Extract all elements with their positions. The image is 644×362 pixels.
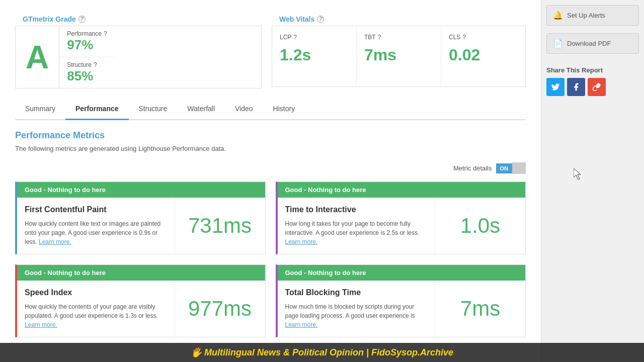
cls-label: CLS ? [449, 34, 518, 41]
tbt-help-icon[interactable]: ? [378, 34, 381, 41]
alerts-icon: 🔔 [553, 11, 563, 20]
structure-help-icon[interactable]: ? [94, 61, 97, 68]
performance-help-icon[interactable]: ? [104, 30, 107, 37]
tti-status: Good - Nothing to do here [278, 182, 526, 198]
tab-summary[interactable]: Summary [15, 99, 65, 120]
si-name: Speed Index [25, 288, 167, 297]
fcp-name: First Contentful Paint [25, 205, 167, 214]
tab-video[interactable]: Video [225, 99, 263, 120]
tbt-desc: How much time is blocked by scripts duri… [285, 302, 428, 329]
tab-structure[interactable]: Structure [129, 99, 178, 120]
tab-bar: Summary Performance Structure Waterfall … [15, 99, 526, 120]
share-facebook-button[interactable] [567, 78, 585, 96]
tbt-name: Total Blocking Time [285, 288, 428, 297]
tti-name: Time to Interactive [285, 205, 428, 214]
performance-label: Performance ? [67, 30, 107, 37]
si-desc: How quickly the contents of your page ar… [25, 302, 167, 329]
performance-section-desc: The following metrics are generated usin… [15, 145, 526, 152]
share-twitter-button[interactable] [546, 78, 565, 96]
metric-details-label: Metric details [453, 164, 492, 172]
tab-history[interactable]: History [263, 99, 305, 120]
lcp-value: 1.2s [280, 46, 349, 64]
pdf-icon: 📄 [553, 39, 563, 48]
download-pdf-button[interactable]: 📄 Download PDF [546, 33, 639, 54]
metrics-grid: Good - Nothing to do here First Contentf… [15, 182, 526, 337]
structure-value: 85% [67, 68, 107, 84]
grade-letter: A [26, 41, 49, 73]
tti-card: Good - Nothing to do here Time to Intera… [276, 182, 526, 254]
toggle-on-label[interactable]: ON [496, 163, 513, 173]
structure-label: Structure ? [67, 61, 107, 68]
tti-desc: How long it takes for your page to becom… [285, 219, 428, 246]
set-up-alerts-button[interactable]: 🔔 Set Up Alerts [546, 5, 639, 26]
tti-value: 1.0s [460, 214, 500, 238]
performance-value: 97% [67, 37, 107, 53]
tbt-card: Good - Nothing to do here Total Blocking… [276, 264, 526, 337]
tab-performance[interactable]: Performance [65, 99, 129, 120]
gtmetrix-help-icon[interactable]: ? [78, 16, 86, 23]
cls-value: 0.02 [449, 46, 518, 64]
lcp-help-icon[interactable]: ? [293, 34, 297, 41]
metric-details-toggle[interactable]: ON [496, 162, 526, 174]
tab-waterfall[interactable]: Waterfall [177, 99, 225, 120]
metric-details-bar: Metric details ON [15, 162, 526, 174]
tti-learn-more[interactable]: Learn more. [285, 238, 318, 245]
tbt-value: 7ms [364, 46, 433, 64]
fcp-learn-more[interactable]: Learn more. [39, 238, 71, 245]
gtmetrix-grade-title: GTmetrix Grade ? [15, 10, 262, 26]
si-card: Good - Nothing to do here Speed Index Ho… [15, 264, 266, 337]
share-title: Share This Report [546, 66, 639, 74]
si-value: 977ms [188, 297, 252, 321]
toggle-off-label[interactable] [512, 162, 526, 174]
fcp-card: Good - Nothing to do here First Contentf… [15, 182, 266, 254]
web-vitals-title: Web Vitals ? [272, 10, 526, 26]
performance-section-title: Performance Metrics [15, 130, 526, 141]
si-status: Good - Nothing to do here [17, 265, 265, 281]
fcp-status: Good - Nothing to do here [17, 182, 265, 198]
web-vitals-help-icon[interactable]: ? [317, 16, 324, 23]
fcp-value: 731ms [188, 214, 252, 238]
si-learn-more[interactable]: Learn more. [25, 321, 57, 328]
tbt-value: 7ms [460, 297, 500, 321]
performance-section: Performance Metrics The following metric… [15, 130, 526, 337]
watermark-bar: 🖐 Multilingual News & Political Opinion … [0, 343, 644, 362]
share-link-button[interactable] [588, 78, 606, 96]
tbt-status: Good - Nothing to do here [278, 265, 526, 281]
cls-help-icon[interactable]: ? [462, 34, 466, 41]
tbt-label: TBT ? [364, 34, 433, 41]
fcp-desc: How quickly content like text or images … [25, 219, 167, 246]
lcp-label: LCP ? [280, 34, 349, 41]
tbt-learn-more[interactable]: Learn more. [285, 321, 318, 328]
